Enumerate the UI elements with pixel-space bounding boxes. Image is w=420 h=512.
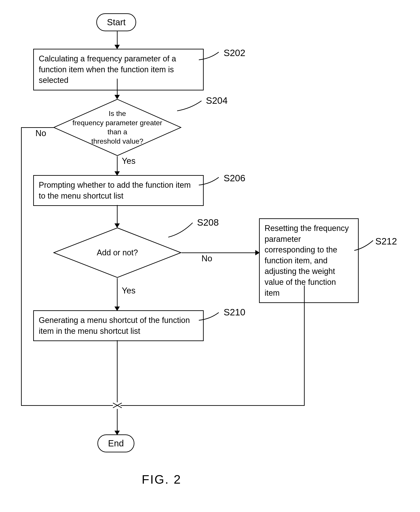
- leader-line: [199, 51, 223, 64]
- process-s202-text: Calculating a frequency parameter of a f…: [39, 54, 176, 85]
- arrow-line: [117, 156, 118, 172]
- arrow-line: [304, 286, 305, 406]
- arrow-line: [181, 252, 256, 253]
- terminal-end-text: End: [108, 438, 124, 448]
- edge-label-no: No: [35, 129, 46, 138]
- arrow-line: [117, 31, 118, 46]
- arrow-line: [117, 340, 118, 402]
- arrow-line: [21, 127, 22, 406]
- arrow-line: [117, 278, 118, 307]
- edge-label-no: No: [202, 254, 212, 263]
- flowchart-container: Start Calculating a frequency parameter …: [9, 9, 407, 496]
- process-s210-text: Generating a menu shortcut of the functi…: [39, 316, 190, 336]
- arrow-line: [121, 405, 305, 406]
- process-s212-text: Resetting the frequency parameter corres…: [265, 224, 349, 297]
- leader-line: [199, 311, 223, 325]
- edge-label-yes: Yes: [122, 286, 135, 295]
- process-s202: Calculating a frequency parameter of a f…: [33, 49, 204, 90]
- label-s210: S210: [224, 307, 245, 318]
- process-s212: Resetting the frequency parameter corres…: [259, 218, 359, 303]
- process-s206-text: Prompting whether to add the function it…: [39, 180, 191, 200]
- arrow-line: [117, 409, 118, 431]
- arrow-line: [117, 79, 118, 95]
- label-s202: S202: [224, 48, 245, 58]
- arrowhead: [114, 45, 120, 49]
- decision-s208-text: Add or not?: [66, 248, 169, 258]
- decision-s204-text: Is the frequency parameter greater than …: [66, 109, 169, 146]
- terminal-start: Start: [96, 13, 136, 31]
- leader-line: [168, 222, 197, 239]
- arrow-line: [21, 405, 113, 406]
- figure-label: FIG. 2: [142, 472, 181, 487]
- merge-mark: [112, 401, 123, 410]
- decision-s208: Add or not?: [53, 227, 181, 278]
- terminal-end: End: [98, 434, 134, 452]
- decision-s204: Is the frequency parameter greater than …: [53, 99, 181, 156]
- label-s212: S212: [375, 236, 397, 247]
- label-s208: S208: [197, 217, 219, 228]
- leader-line: [177, 100, 206, 115]
- label-s206: S206: [224, 173, 245, 184]
- arrow-line: [117, 205, 118, 224]
- terminal-start-text: Start: [107, 17, 126, 27]
- arrow-line: [21, 127, 54, 128]
- label-s204: S204: [206, 95, 228, 106]
- process-s206: Prompting whether to add the function it…: [33, 175, 204, 206]
- leader-line: [354, 239, 376, 253]
- leader-line: [199, 176, 223, 189]
- process-s210: Generating a menu shortcut of the functi…: [33, 310, 204, 341]
- edge-label-yes: Yes: [122, 156, 135, 166]
